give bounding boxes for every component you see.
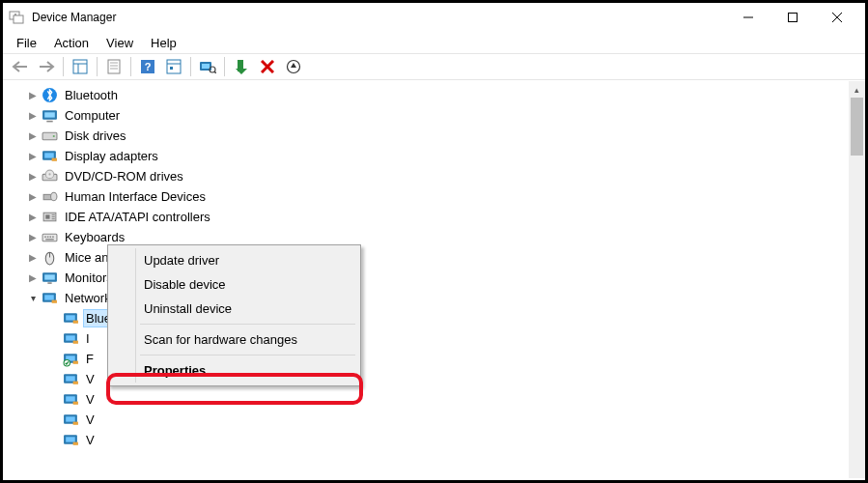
svg-rect-58 xyxy=(47,282,51,284)
tree-label: Display adapters xyxy=(63,148,160,164)
chevron-right-icon[interactable]: ▶ xyxy=(26,129,40,143)
svg-rect-61 xyxy=(52,300,57,303)
svg-rect-37 xyxy=(52,158,57,161)
context-menu-update-driver[interactable]: Update driver xyxy=(111,248,357,272)
network-adapter-icon xyxy=(63,432,79,448)
svg-rect-18 xyxy=(170,67,173,70)
display-adapter-icon xyxy=(42,148,58,164)
tree-item-ide[interactable]: ▶ IDE ATA/ATAPI controllers xyxy=(11,207,865,227)
context-menu-properties[interactable]: Properties xyxy=(111,358,357,383)
svg-marker-24 xyxy=(236,69,247,74)
scroll-thumb[interactable] xyxy=(851,98,863,156)
vertical-scrollbar[interactable]: ▴ xyxy=(849,81,865,478)
svg-rect-64 xyxy=(73,321,78,324)
svg-rect-79 xyxy=(66,416,75,421)
svg-point-34 xyxy=(53,135,55,137)
enable-device-button[interactable] xyxy=(230,55,253,78)
tree-label: Bluetooth xyxy=(63,87,120,103)
chevron-right-icon[interactable]: ▶ xyxy=(26,251,40,265)
toolbar: ? xyxy=(3,53,865,80)
chevron-right-icon[interactable]: ▶ xyxy=(26,211,40,224)
menu-view[interactable]: View xyxy=(98,34,141,52)
tree-item-dvd[interactable]: ▶ DVD/CD-ROM drives xyxy=(11,166,865,186)
svg-rect-44 xyxy=(45,214,49,218)
menu-file[interactable]: File xyxy=(9,34,44,52)
context-menu-uninstall-device[interactable]: Uninstall device xyxy=(111,297,357,321)
forward-button[interactable] xyxy=(35,55,58,78)
help-toolbar-button[interactable]: ? xyxy=(136,55,159,78)
action-toolbar-button[interactable] xyxy=(162,55,185,78)
scan-hardware-button[interactable] xyxy=(196,55,219,78)
tree-item-network-adapter-child[interactable]: V xyxy=(11,430,865,450)
svg-point-2 xyxy=(14,14,16,15)
network-adapter-icon xyxy=(63,330,79,347)
tree-label: Disk drives xyxy=(63,128,128,144)
show-hide-console-tree-button[interactable] xyxy=(69,55,92,78)
network-adapter-icon xyxy=(63,391,79,408)
chevron-right-icon[interactable]: ▶ xyxy=(26,89,40,102)
mouse-icon xyxy=(42,249,58,266)
menu-action[interactable]: Action xyxy=(46,34,97,52)
chevron-right-icon[interactable]: ▶ xyxy=(26,109,40,123)
svg-text:?: ? xyxy=(145,61,152,72)
network-adapter-icon xyxy=(63,351,79,367)
tree-label: IDE ATA/ATAPI controllers xyxy=(63,209,212,225)
svg-rect-50 xyxy=(47,236,49,238)
minimize-button[interactable] xyxy=(726,3,770,32)
svg-rect-66 xyxy=(66,335,75,340)
menu-help[interactable]: Help xyxy=(143,34,184,52)
dvd-drive-icon xyxy=(42,168,58,185)
update-driver-button[interactable] xyxy=(282,55,305,78)
tree-item-network-adapter-child[interactable]: V xyxy=(11,389,865,410)
tree-item-hid[interactable]: ▶ Human Interface Devices xyxy=(11,186,865,207)
chevron-right-icon[interactable]: ▶ xyxy=(26,271,40,285)
computer-icon xyxy=(42,107,58,124)
network-adapter-icon xyxy=(63,412,79,428)
scroll-up-button[interactable]: ▴ xyxy=(849,81,865,98)
context-menu-separator xyxy=(140,324,355,325)
tree-label: F xyxy=(84,351,96,367)
chevron-down-icon[interactable]: ▾ xyxy=(26,292,40,305)
svg-rect-74 xyxy=(73,382,78,384)
chevron-right-icon[interactable]: ▶ xyxy=(26,170,40,184)
context-menu-scan-hardware[interactable]: Scan for hardware changes xyxy=(111,327,357,352)
monitor-icon xyxy=(42,270,58,286)
svg-rect-73 xyxy=(66,376,75,381)
context-menu-disable-device[interactable]: Disable device xyxy=(111,272,357,297)
svg-rect-67 xyxy=(73,341,78,344)
network-adapter-icon xyxy=(63,310,79,327)
tree-item-display-adapters[interactable]: ▶ Display adapters xyxy=(11,146,865,166)
tree-item-network-adapter-child[interactable]: V xyxy=(11,410,865,430)
disk-drive-icon xyxy=(42,128,58,144)
tree-label: I xyxy=(84,330,92,347)
svg-rect-60 xyxy=(44,295,54,299)
properties-toolbar-button[interactable] xyxy=(102,55,126,78)
tree-item-computer[interactable]: ▶ Computer xyxy=(11,105,865,126)
svg-rect-77 xyxy=(73,402,78,405)
tree-item-bluetooth[interactable]: ▶ Bluetooth xyxy=(11,85,865,105)
maximize-button[interactable] xyxy=(770,3,815,32)
chevron-right-icon[interactable]: ▶ xyxy=(26,231,40,244)
ide-controller-icon xyxy=(42,209,58,225)
close-button[interactable] xyxy=(815,3,859,32)
svg-point-42 xyxy=(51,192,57,201)
svg-rect-16 xyxy=(167,60,181,73)
svg-rect-76 xyxy=(66,396,75,401)
bluetooth-icon xyxy=(42,87,58,103)
svg-rect-4 xyxy=(789,14,798,22)
menu-bar: File Action View Help xyxy=(3,32,865,53)
back-button[interactable] xyxy=(9,55,32,78)
chevron-right-icon[interactable]: ▶ xyxy=(26,190,40,204)
svg-rect-51 xyxy=(50,236,52,238)
svg-rect-57 xyxy=(44,274,55,279)
svg-rect-20 xyxy=(202,64,210,69)
chevron-right-icon[interactable]: ▶ xyxy=(26,150,40,163)
tree-item-disk-drives[interactable]: ▶ Disk drives xyxy=(11,126,865,146)
svg-rect-53 xyxy=(45,239,54,240)
context-menu-separator xyxy=(140,355,355,355)
tree-label: V xyxy=(84,432,97,448)
uninstall-device-button[interactable] xyxy=(256,55,279,78)
svg-rect-36 xyxy=(44,153,54,157)
svg-rect-83 xyxy=(73,442,78,445)
svg-rect-1 xyxy=(14,15,23,23)
